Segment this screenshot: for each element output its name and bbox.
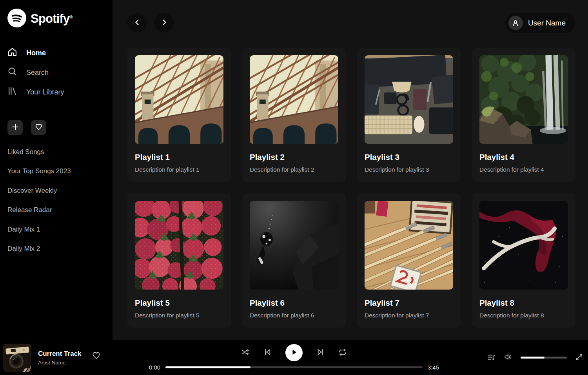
sidebar-playlist-daily-mix-1[interactable]: Daily Mix 1 bbox=[7, 220, 105, 239]
playlist-card-description: Description for playlist 7 bbox=[365, 312, 453, 319]
playlist-grid: Playlist 1 Description for playlist 1 Pl… bbox=[113, 33, 588, 328]
playlist-card-7[interactable]: Playlist 7 Description for playlist 7 bbox=[357, 194, 461, 328]
home-icon bbox=[7, 47, 17, 59]
player-bar: Current Track Artist Name bbox=[0, 340, 588, 375]
volume-slider[interactable] bbox=[521, 357, 567, 359]
previous-icon bbox=[263, 348, 272, 357]
library-icon bbox=[7, 86, 17, 98]
playlist-3-cover-image bbox=[365, 55, 453, 144]
volume-fill bbox=[521, 357, 544, 359]
playlist-4-cover-image bbox=[479, 55, 568, 144]
speaker-icon bbox=[504, 353, 512, 362]
content-area: Spotify® Home Search bbox=[0, 0, 588, 340]
playlist-card-description: Description for playlist 4 bbox=[479, 166, 568, 173]
repeat-button[interactable] bbox=[338, 348, 347, 358]
playlist-card-1[interactable]: Playlist 1 Description for playlist 1 bbox=[127, 48, 231, 182]
sidebar-actions bbox=[7, 120, 105, 135]
progress-row: 0:00 3:45 bbox=[149, 364, 439, 371]
sidebar-item-search[interactable]: Search bbox=[7, 63, 105, 82]
user-name-label: User Name bbox=[528, 19, 566, 27]
like-track-button[interactable] bbox=[92, 351, 101, 361]
playlist-link-label: Daily Mix 2 bbox=[7, 245, 40, 253]
sidebar: Spotify® Home Search bbox=[0, 0, 113, 340]
playlist-6-cover-image bbox=[250, 201, 338, 290]
playlist-link-label: Daily Mix 1 bbox=[7, 226, 40, 234]
playlist-card-4[interactable]: Playlist 4 Description for playlist 4 bbox=[472, 48, 575, 182]
user-menu-button[interactable]: User Name bbox=[505, 13, 575, 33]
playlist-card-title: Playlist 7 bbox=[365, 298, 453, 308]
playlist-card-title: Playlist 5 bbox=[135, 298, 223, 308]
playlist-card-6[interactable]: Playlist 6 Description for playlist 6 bbox=[242, 194, 346, 328]
playlist-card-8[interactable]: Playlist 8 Description for playlist 8 bbox=[472, 194, 575, 328]
playlist-card-title: Playlist 2 bbox=[250, 152, 338, 162]
previous-track-button[interactable] bbox=[263, 348, 272, 357]
next-track-button[interactable] bbox=[316, 348, 325, 357]
sidebar-playlist-discover-weekly[interactable]: Discover Weekly bbox=[7, 181, 105, 201]
playlist-2-cover-image bbox=[250, 55, 338, 144]
forward-button[interactable] bbox=[154, 13, 174, 33]
playlist-card-title: Playlist 3 bbox=[365, 152, 453, 162]
sidebar-item-library[interactable]: Your Library bbox=[7, 82, 105, 102]
fullscreen-button[interactable] bbox=[575, 353, 583, 362]
sidebar-item-label: Search bbox=[26, 69, 49, 77]
next-icon bbox=[316, 348, 325, 357]
playlist-card-2[interactable]: Playlist 2 Description for playlist 2 bbox=[242, 48, 346, 182]
playlist-7-cover-image bbox=[365, 201, 453, 290]
shuffle-button[interactable] bbox=[241, 348, 250, 357]
sidebar-item-label: Home bbox=[26, 49, 46, 57]
track-title: Current Track bbox=[38, 350, 82, 358]
avatar bbox=[508, 16, 523, 30]
brand-wordmark: Spotify® bbox=[31, 12, 73, 26]
play-button[interactable] bbox=[285, 344, 303, 361]
playlist-card-5[interactable]: Playlist 5 Description for playlist 5 bbox=[127, 194, 231, 328]
playlist-card-title: Playlist 8 bbox=[479, 298, 568, 308]
search-icon bbox=[7, 67, 17, 78]
sidebar-playlist-release-radar[interactable]: Release Radar bbox=[7, 201, 105, 220]
playlist-card-description: Description for playlist 2 bbox=[250, 166, 338, 173]
spotify-app: Spotify® Home Search bbox=[0, 0, 588, 375]
spotify-logo-icon bbox=[7, 9, 26, 29]
shuffle-icon bbox=[241, 348, 250, 357]
playlist-link-label: Release Radar bbox=[7, 206, 52, 214]
sidebar-item-home[interactable]: Home bbox=[7, 43, 105, 63]
playlist-link-label: Liked Songs bbox=[7, 148, 44, 156]
total-time: 3:45 bbox=[428, 364, 439, 371]
player-center: 0:00 3:45 bbox=[149, 343, 439, 371]
playback-controls bbox=[241, 343, 347, 362]
spotify-logo[interactable]: Spotify® bbox=[7, 9, 105, 29]
chevron-left-icon bbox=[133, 18, 141, 27]
artist-name: Artist Name bbox=[38, 360, 82, 366]
topbar: User Name bbox=[113, 0, 588, 33]
playlist-card-title: Playlist 4 bbox=[479, 152, 568, 162]
liked-songs-button[interactable] bbox=[31, 120, 46, 135]
progress-bar[interactable] bbox=[165, 366, 423, 368]
volume-button[interactable] bbox=[504, 353, 512, 362]
playlist-1-cover-image bbox=[135, 55, 223, 144]
queue-button[interactable] bbox=[487, 353, 495, 362]
now-playing-section: Current Track Artist Name bbox=[3, 344, 101, 372]
playlist-card-title: Playlist 1 bbox=[135, 152, 223, 162]
queue-icon bbox=[487, 353, 495, 362]
repeat-icon bbox=[338, 348, 347, 358]
album-art bbox=[3, 344, 31, 372]
chevron-right-icon bbox=[160, 18, 168, 27]
playlist-card-3[interactable]: Playlist 3 Description for playlist 3 bbox=[357, 48, 461, 182]
expand-icon bbox=[575, 353, 583, 362]
playlist-card-description: Description for playlist 5 bbox=[135, 312, 223, 319]
playlist-link-label: Your Top Songs 2023 bbox=[7, 167, 71, 175]
sidebar-playlist-liked-songs[interactable]: Liked Songs bbox=[7, 142, 105, 162]
playlist-card-title: Playlist 6 bbox=[250, 298, 338, 308]
sidebar-playlist-top-songs[interactable]: Your Top Songs 2023 bbox=[7, 162, 105, 181]
play-icon bbox=[290, 348, 298, 357]
track-info: Current Track Artist Name bbox=[38, 350, 82, 366]
sidebar-item-label: Your Library bbox=[26, 88, 64, 96]
playlist-card-description: Description for playlist 1 bbox=[135, 166, 223, 173]
back-button[interactable] bbox=[127, 13, 147, 33]
playlist-link-label: Discover Weekly bbox=[7, 187, 57, 195]
elapsed-time: 0:00 bbox=[149, 364, 160, 371]
create-playlist-button[interactable] bbox=[7, 120, 23, 135]
main-view: User Name Playlist 1 Description for pla… bbox=[113, 0, 588, 340]
playlist-5-cover-image bbox=[135, 201, 223, 290]
player-right-controls bbox=[487, 353, 583, 362]
sidebar-playlist-daily-mix-2[interactable]: Daily Mix 2 bbox=[7, 239, 105, 259]
